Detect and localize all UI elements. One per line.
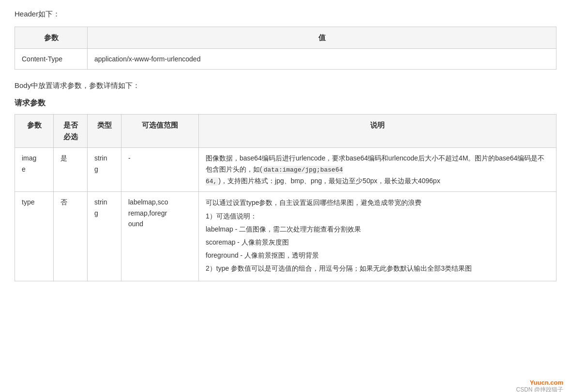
param-type-type: string <box>88 192 121 281</box>
type-desc-line2: 1）可选值说明： <box>206 210 549 222</box>
param-required-type: 否 <box>54 192 88 281</box>
image-desc-text: 图像数据，base64编码后进行urlencode，要求base64编码和url… <box>206 154 544 184</box>
header-table: 参数 值 Content-Type application/x-www-form… <box>15 27 556 70</box>
header-row-content-type: Content-Type application/x-www-form-urle… <box>15 49 556 70</box>
type-desc-foreground: foreground - 人像前景抠图，透明背景 <box>206 249 549 261</box>
col-header-desc: 说明 <box>199 115 556 148</box>
type-desc-line1: 可以通过设置type参数，自主设置返回哪些结果图，避免造成带宽的浪费 <box>206 197 549 209</box>
params-table: 参数 是否必选 类型 可选值范围 说明 image 是 string - 图像数… <box>15 114 556 281</box>
type-desc-block: 可以通过设置type参数，自主设置返回哪些结果图，避免造成带宽的浪费 1）可选值… <box>206 197 549 275</box>
col-header-type: 类型 <box>88 115 121 148</box>
header-intro-text: Header如下： <box>15 10 556 19</box>
col-header-range: 可选值范围 <box>121 115 199 148</box>
header-col-value: 值 <box>88 27 556 49</box>
type-desc-labelmap: labelmap - 二值图像，需二次处理方能查看分割效果 <box>206 223 549 235</box>
type-desc-line3: 2）type 参数值可以是可选值的组合，用逗号分隔；如果无此参数默认输出全部3类… <box>206 262 549 275</box>
param-range-image: - <box>121 148 199 192</box>
body-intro-text: Body中放置请求参数，参数详情如下： <box>15 81 556 90</box>
col-header-required: 是否必选 <box>54 115 88 148</box>
type-desc-scoremap: scoremap - 人像前景灰度图 <box>206 236 549 248</box>
col-header-param: 参数 <box>15 115 54 148</box>
param-range-type: labelmap,scoremap,foreground <box>121 192 199 281</box>
section-title-request-params: 请求参数 <box>15 98 556 108</box>
table-row-type: type 否 string labelmap,scoremap,foregrou… <box>15 192 556 281</box>
param-type-image: string <box>88 148 121 192</box>
header-col-param: 参数 <box>15 27 88 49</box>
table-row-image: image 是 string - 图像数据，base64编码后进行urlenco… <box>15 148 556 192</box>
param-required-image: 是 <box>54 148 88 192</box>
image-desc-code: data:image/jpg;base6464, <box>206 166 343 186</box>
header-param-name: Content-Type <box>15 49 88 70</box>
param-name-type: type <box>15 192 54 281</box>
param-desc-type: 可以通过设置type参数，自主设置返回哪些结果图，避免造成带宽的浪费 1）可选值… <box>199 192 556 281</box>
header-param-value: application/x-www-form-urlencoded <box>88 49 556 70</box>
param-name-image: image <box>15 148 54 192</box>
param-desc-image: 图像数据，base64编码后进行urlencode，要求base64编码和url… <box>199 148 556 192</box>
